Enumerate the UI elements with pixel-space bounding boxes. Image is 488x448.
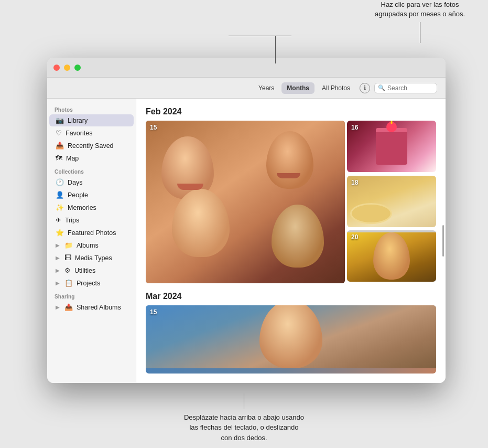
sidebar-item-recently-saved-label: Recently Saved	[68, 142, 114, 150]
sidebar-item-library-label: Library	[68, 117, 88, 124]
albums-expand-icon: ▶	[56, 242, 60, 248]
top-callout: Haz clic para ver las fotos agrupadas po…	[367, 0, 472, 43]
sidebar-item-featured-photos[interactable]: ⭐ Featured Photos	[49, 227, 134, 239]
photo-area[interactable]: Feb 2024	[136, 99, 446, 383]
feb-2024-grid: 15 16	[146, 121, 436, 283]
main-content: Photos 📷 Library ♡ Favorites 📥 Recently …	[47, 99, 446, 383]
sidebar-item-days-label: Days	[68, 179, 82, 186]
feb-small-photo-2[interactable]: 18	[347, 176, 436, 227]
close-button[interactable]	[53, 65, 60, 71]
titlebar	[47, 58, 446, 78]
sidebar-item-projects-label: Projects	[77, 280, 100, 287]
top-callout-line	[420, 22, 420, 43]
sidebar-item-albums[interactable]: ▶ 📁 Albums	[49, 239, 134, 251]
sidebar-item-featured-photos-label: Featured Photos	[68, 229, 116, 237]
cake-photo-bg	[347, 121, 436, 172]
scroll-indicator[interactable]	[442, 225, 444, 257]
selfie-background	[146, 121, 345, 283]
people-icon: 👤	[56, 191, 64, 199]
sidebar-item-utilities[interactable]: ▶ ⚙ Utilities	[49, 264, 134, 276]
sidebar-item-favorites-label: Favorites	[66, 130, 92, 137]
featured-photos-icon: ⭐	[56, 229, 64, 237]
feb-main-day: 15	[150, 124, 157, 131]
bottom-callout-line	[244, 393, 244, 409]
sidebar-item-memories[interactable]: ✨ Memories	[49, 201, 134, 214]
albums-icon: 📁	[64, 241, 73, 249]
minimize-button[interactable]	[64, 65, 70, 71]
search-box: 🔍	[374, 83, 437, 93]
mar-photo-bg	[146, 305, 436, 368]
maximize-button[interactable]	[74, 65, 81, 71]
sidebar-item-recently-saved[interactable]: 📥 Recently Saved	[49, 140, 134, 152]
sidebar-item-media-types[interactable]: ▶ 🎞 Media Types	[49, 252, 134, 264]
projects-expand-icon: ▶	[56, 280, 60, 286]
sidebar-item-media-types-label: Media Types	[75, 254, 112, 262]
sidebar-item-people[interactable]: 👤 People	[49, 189, 134, 201]
sidebar-item-shared-albums-label: Shared Albums	[77, 304, 121, 311]
feb-2024-section: Feb 2024	[146, 107, 436, 283]
sidebar-item-utilities-label: Utilities	[74, 267, 95, 274]
photos-section-label: Photos	[47, 103, 136, 114]
feb-small-day-2: 18	[351, 179, 358, 186]
sidebar-item-shared-albums[interactable]: ▶ 📤 Shared Albums	[49, 301, 134, 313]
toolbar: Years Months All Photos ℹ 🔍	[47, 78, 446, 99]
photos-window: Years Months All Photos ℹ 🔍 Photos 📷 Lib…	[47, 58, 446, 383]
bottom-callout: Desplázate hacia arriba o abajo usandola…	[134, 393, 354, 443]
tooltip-connector	[260, 36, 291, 63]
tooltip-h-line	[229, 36, 291, 36]
sidebar-item-map-label: Map	[66, 155, 79, 162]
info-button[interactable]: ℹ	[360, 83, 370, 93]
sidebar-item-people-label: People	[68, 191, 88, 199]
all-photos-button[interactable]: All Photos	[317, 82, 355, 94]
sidebar-item-map[interactable]: 🗺 Map	[49, 152, 134, 164]
top-callout-text: Haz clic para ver las fotos agrupadas po…	[375, 1, 465, 18]
map-icon: 🗺	[56, 154, 62, 162]
mar-2024-grid: 15	[146, 305, 436, 374]
mar-main-photo[interactable]: 15	[146, 305, 436, 374]
sidebar-item-library[interactable]: 📷 Library	[49, 114, 134, 126]
utilities-expand-icon: ▶	[56, 268, 60, 273]
utilities-icon: ⚙	[64, 266, 71, 274]
feb-main-photo[interactable]: 15	[146, 121, 345, 283]
trips-icon: ✈	[56, 216, 61, 224]
sidebar-item-days[interactable]: 🕐 Days	[49, 176, 134, 188]
library-icon: 📷	[56, 116, 64, 124]
recently-saved-icon: 📥	[56, 142, 64, 150]
feb-small-day-3: 20	[351, 233, 358, 241]
feb-2024-title: Feb 2024	[146, 107, 436, 116]
search-icon: 🔍	[378, 84, 385, 91]
feb-small-photo-1[interactable]: 16	[347, 121, 436, 172]
collections-section-label: Collections	[47, 165, 136, 176]
mar-2024-section: Mar 2024 15	[146, 292, 436, 374]
months-button[interactable]: Months	[281, 82, 315, 94]
sidebar: Photos 📷 Library ♡ Favorites 📥 Recently …	[47, 99, 136, 383]
sidebar-item-memories-label: Memories	[68, 204, 96, 211]
sidebar-item-trips-label: Trips	[65, 217, 79, 224]
media-types-icon: 🎞	[64, 254, 71, 262]
mar-main-day: 15	[150, 308, 157, 316]
sharing-section-label: Sharing	[47, 290, 136, 301]
days-icon: 🕐	[56, 178, 64, 186]
sidebar-item-favorites[interactable]: ♡ Favorites	[49, 127, 134, 139]
sidebar-item-trips[interactable]: ✈ Trips	[49, 214, 134, 226]
years-button[interactable]: Years	[253, 82, 279, 94]
shared-albums-icon: 📤	[64, 303, 73, 311]
favorites-icon: ♡	[56, 129, 62, 137]
bottom-callout-text: Desplázate hacia arriba o abajo usandola…	[184, 413, 304, 442]
feb-small-photo-3[interactable]: 20	[347, 230, 436, 282]
search-input[interactable]	[387, 84, 435, 92]
projects-icon: 📋	[64, 279, 73, 287]
mar-2024-title: Mar 2024	[146, 292, 436, 301]
media-types-expand-icon: ▶	[56, 255, 60, 261]
info-icon: ℹ	[364, 84, 366, 91]
shared-albums-expand-icon: ▶	[56, 304, 60, 310]
feb-small-day-1: 16	[351, 124, 358, 131]
sidebar-item-projects[interactable]: ▶ 📋 Projects	[49, 277, 134, 289]
sidebar-item-albums-label: Albums	[77, 242, 99, 249]
memories-icon: ✨	[56, 204, 64, 211]
tooltip-v-line	[275, 36, 276, 63]
